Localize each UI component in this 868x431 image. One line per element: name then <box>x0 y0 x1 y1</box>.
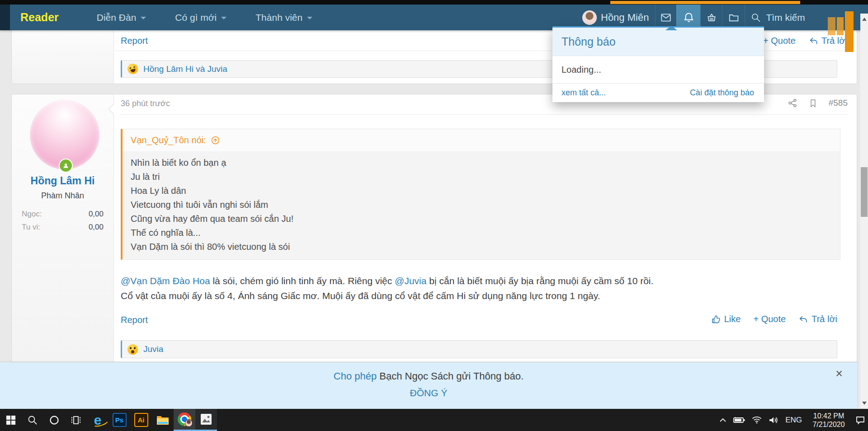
chrome-button[interactable] <box>174 409 195 431</box>
start-button[interactable] <box>0 409 22 431</box>
notification-permission-bar: Cho phép Bạch Ngọc Sách gửi Thông báo. Đ… <box>0 362 857 409</box>
quote-line: Thế có nghĩa là... <box>131 226 832 240</box>
view-all-link[interactable]: xem tất cả... <box>561 88 606 98</box>
nav-item-forum[interactable]: Diễn Đàn <box>83 5 162 30</box>
nav-item-label: Thành viên <box>255 12 302 23</box>
chevron-down-icon <box>221 17 226 19</box>
mention-link[interactable]: @Vạn Dặm Đào Hoa <box>121 276 210 286</box>
chrome-profile-avatar <box>185 419 193 427</box>
scrollbar-thumb[interactable] <box>861 167 868 217</box>
taskbar-search-button[interactable] <box>22 409 43 431</box>
scroll-down-arrow-icon[interactable] <box>862 402 867 405</box>
close-icon[interactable]: × <box>835 367 843 381</box>
illustrator-button[interactable]: Ai <box>130 409 152 431</box>
account-menu[interactable]: Hồng Miên <box>582 10 655 25</box>
photoshop-button[interactable]: Ps <box>108 409 130 431</box>
speaker-icon[interactable] <box>769 416 778 424</box>
reply-button[interactable]: Trả lời <box>798 314 837 324</box>
reactions-users[interactable]: Juvia <box>143 344 163 354</box>
mail-icon <box>660 12 672 23</box>
folder-icon <box>728 12 740 23</box>
quote-button[interactable]: + Quote <box>763 36 796 46</box>
share-icon[interactable] <box>788 98 797 108</box>
chevron-down-icon <box>307 17 312 19</box>
start-icon <box>6 415 16 425</box>
illustrator-icon: Ai <box>134 413 148 427</box>
site-logo[interactable]: Reader <box>20 11 59 24</box>
taskbar-clock[interactable]: 10:42 PM 7/21/2020 <box>809 412 849 429</box>
post-585: Hồng Lâm Hi Phàm Nhân Ngọc: 0,00 Tu vi: … <box>11 94 857 362</box>
post-timestamp[interactable]: 36 phút trước <box>121 99 170 108</box>
cortana-icon <box>49 415 60 426</box>
reactions-bar[interactable]: Juvia <box>121 340 837 358</box>
quote-line: Hoa Ly là dân <box>131 184 832 198</box>
author-name[interactable]: Hồng Lâm Hi <box>12 175 113 187</box>
language-indicator[interactable]: ENG <box>785 416 802 425</box>
post-body-line: Cổ vật của muội ấy là số 4, Ánh sáng Giấ… <box>121 288 853 303</box>
overlay-orange-bar <box>845 11 854 52</box>
reply-label: Trả lời <box>811 314 837 324</box>
report-link[interactable]: Report <box>121 36 148 46</box>
explorer-icon <box>156 414 170 426</box>
nav-item-whats-new[interactable]: Có gì mới <box>161 5 242 30</box>
author-stats: Ngọc: 0,00 Tu vi: 0,00 <box>22 207 104 234</box>
bookmark-icon[interactable] <box>808 98 818 108</box>
report-link[interactable]: Report <box>121 315 148 325</box>
popup-footer: xem tất cả... Cài đặt thông báo <box>552 84 764 102</box>
wifi-icon[interactable] <box>752 416 762 424</box>
post-body: @Vạn Dặm Đào Hoa là sói, chém gió linh t… <box>121 273 853 303</box>
nav-left-edge <box>0 5 10 30</box>
mention-link[interactable]: @Juvia <box>395 276 426 286</box>
battery-icon[interactable] <box>733 417 745 423</box>
internet-explorer-button[interactable]: e <box>87 409 108 431</box>
orange-progress-bar <box>610 1 800 4</box>
quote-line: Nhìn là biết ko ổn bạn ạ <box>131 156 832 170</box>
system-tray: ENG 10:42 PM 7/21/2020 <box>719 409 865 431</box>
bell-icon <box>683 11 695 23</box>
post-text: bị cắn là biết muội ấy bịa rằng muội ấy … <box>426 276 653 286</box>
permission-text: Cho phép Bạch Ngọc Sách gửi Thông báo. <box>0 370 857 382</box>
permission-allow-text: Cho phép <box>334 370 377 382</box>
reply-icon <box>798 314 808 324</box>
reply-icon <box>809 36 819 46</box>
file-explorer-button[interactable] <box>152 409 174 431</box>
quote-attribution[interactable]: Vạn_Quỷ_Tôn nói: <box>123 129 840 151</box>
alert-settings-link[interactable]: Cài đặt thông báo <box>690 88 754 98</box>
reply-button[interactable]: Trả lời <box>809 36 847 46</box>
cortana-button[interactable] <box>43 409 65 431</box>
ie-icon: e <box>94 413 102 427</box>
like-label: Like <box>724 314 741 324</box>
quote-label: + Quote <box>753 314 786 324</box>
quote-line: Vạn Dặm là sói thì 80% vietcuong là sói <box>131 240 832 254</box>
scroll-up-arrow-icon[interactable] <box>862 18 867 21</box>
reactions-users[interactable]: Hồng Lâm Hi và Juvia <box>143 64 227 74</box>
search-icon <box>750 12 761 23</box>
post-number[interactable]: #585 <box>829 98 848 108</box>
chevron-down-icon <box>141 17 146 19</box>
overlay-orange-bar <box>828 17 835 35</box>
nav-item-members[interactable]: Thành viên <box>242 5 328 30</box>
user-avatar <box>582 10 597 25</box>
quote-line: Ju là tri <box>131 170 832 184</box>
search-icon <box>27 415 38 426</box>
stat-value: 0,00 <box>89 207 104 220</box>
chevron-up-icon[interactable] <box>719 417 726 423</box>
post-body-line: @Vạn Dặm Đào Hoa là sói, chém gió linh t… <box>121 273 853 288</box>
photos-app-button[interactable] <box>195 409 217 431</box>
rofl-emoji-icon <box>127 63 139 75</box>
previous-post-sidebar <box>12 30 114 84</box>
basket-icon <box>706 12 717 23</box>
like-button[interactable]: Like <box>711 314 741 324</box>
search-label: Tìm kiếm <box>766 12 805 23</box>
page-scrollbar[interactable] <box>860 14 868 409</box>
popup-loading-text: Loading... <box>552 56 764 84</box>
arrow-up-circle-icon[interactable] <box>211 136 220 145</box>
agree-button[interactable]: ĐỒNG Ý <box>0 388 857 398</box>
post-text: là sói, chém gió linh tinh ấy mà. Riêng … <box>210 276 395 286</box>
quote-button[interactable]: + Quote <box>753 314 786 324</box>
action-center-icon[interactable] <box>855 416 865 425</box>
task-view-button[interactable] <box>65 409 87 431</box>
quote-body: Nhìn là biết ko ổn bạn ạ Ju là tri Hoa L… <box>123 151 840 259</box>
post-meta: #585 <box>788 98 848 108</box>
stat-row: Ngọc: 0,00 <box>22 207 104 220</box>
